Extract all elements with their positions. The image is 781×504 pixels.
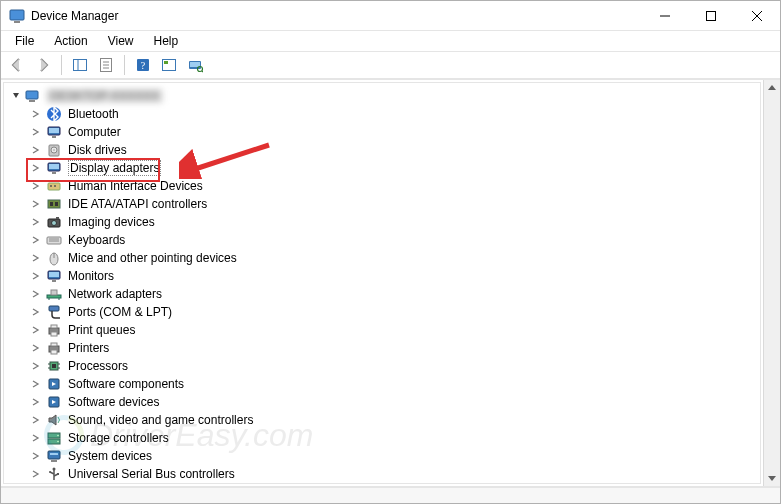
chevron-right-icon[interactable] [30, 162, 42, 174]
tree-node[interactable]: IDE ATA/ATAPI controllers [4, 195, 760, 213]
tree-node[interactable]: Software devices [4, 393, 760, 411]
chevron-right-icon[interactable] [30, 108, 42, 120]
tree-node[interactable]: Universal Serial Bus controllers [4, 465, 760, 483]
tree-node[interactable]: Printers [4, 339, 760, 357]
tree-node-label: Display adapters [68, 160, 161, 176]
tree-node[interactable]: Mice and other pointing devices [4, 249, 760, 267]
show-hide-tree-button[interactable] [68, 53, 92, 77]
menu-action[interactable]: Action [46, 32, 95, 50]
tree-node[interactable]: Disk drives [4, 141, 760, 159]
tree-node[interactable]: Processors [4, 357, 760, 375]
svg-rect-1 [14, 21, 20, 23]
hid-icon [46, 178, 62, 194]
tree-node-label: Processors [68, 359, 128, 373]
back-button[interactable] [5, 53, 29, 77]
chevron-right-icon[interactable] [30, 414, 42, 426]
chevron-right-icon[interactable] [30, 432, 42, 444]
device-tree[interactable]: DESKTOP-XXXXXX BluetoothComputerDisk dri… [3, 82, 761, 484]
tree-node-label: Imaging devices [68, 215, 155, 229]
scan-hardware-button[interactable] [183, 53, 207, 77]
tree-node-label: Mice and other pointing devices [68, 251, 237, 265]
tree-node-label: Disk drives [68, 143, 127, 157]
tree-node[interactable]: Imaging devices [4, 213, 760, 231]
chevron-right-icon[interactable] [30, 234, 42, 246]
statusbar [1, 487, 780, 503]
chevron-right-icon[interactable] [30, 288, 42, 300]
tree-node[interactable]: Network adapters [4, 285, 760, 303]
tree-node[interactable]: Computer [4, 123, 760, 141]
chevron-right-icon[interactable] [30, 378, 42, 390]
chevron-right-icon[interactable] [30, 342, 42, 354]
tree-node-label: System devices [68, 449, 152, 463]
tree-node-label: Human Interface Devices [68, 179, 203, 193]
network-icon [46, 286, 62, 302]
tree-node-label: Network adapters [68, 287, 162, 301]
tree-node[interactable]: Keyboards [4, 231, 760, 249]
storage-icon [46, 430, 62, 446]
chevron-right-icon[interactable] [30, 180, 42, 192]
chevron-right-icon[interactable] [30, 324, 42, 336]
chevron-down-icon[interactable] [10, 90, 22, 102]
tree-node[interactable]: Software components [4, 375, 760, 393]
tree-node[interactable]: Bluetooth [4, 105, 760, 123]
tree-node-label: Sound, video and game controllers [68, 413, 253, 427]
disk-icon [46, 142, 62, 158]
tree-node-label: Universal Serial Bus controllers [68, 467, 235, 481]
monitor-icon [46, 268, 62, 284]
chevron-right-icon[interactable] [30, 468, 42, 480]
tree-root[interactable]: DESKTOP-XXXXXX [4, 87, 760, 105]
tree-node-label: Software devices [68, 395, 159, 409]
forward-button[interactable] [31, 53, 55, 77]
menu-view[interactable]: View [100, 32, 142, 50]
svg-rect-0 [10, 10, 24, 20]
chevron-right-icon[interactable] [30, 306, 42, 318]
tree-node[interactable]: Human Interface Devices [4, 177, 760, 195]
svg-rect-17 [190, 62, 200, 67]
chevron-right-icon[interactable] [30, 270, 42, 282]
tree-node-label: Printers [68, 341, 109, 355]
svg-rect-3 [707, 11, 716, 20]
tree-node[interactable]: Ports (COM & LPT) [4, 303, 760, 321]
chevron-right-icon[interactable] [30, 450, 42, 462]
tree-node[interactable]: Monitors [4, 267, 760, 285]
chevron-right-icon[interactable] [30, 126, 42, 138]
ide-icon [46, 196, 62, 212]
root-label: DESKTOP-XXXXXX [46, 89, 163, 103]
tree-node[interactable]: Sound, video and game controllers [4, 411, 760, 429]
svg-rect-20 [26, 91, 38, 99]
imaging-icon [46, 214, 62, 230]
tree-node-label: Software components [68, 377, 184, 391]
tree-node[interactable]: System devices [4, 447, 760, 465]
chevron-right-icon[interactable] [30, 144, 42, 156]
tree-node-label: Print queues [68, 323, 135, 337]
chevron-right-icon[interactable] [30, 198, 42, 210]
tree-node-label: Storage controllers [68, 431, 169, 445]
minimize-button[interactable] [642, 1, 688, 31]
help-button[interactable]: ? [131, 53, 155, 77]
system-icon [46, 448, 62, 464]
menu-help[interactable]: Help [146, 32, 187, 50]
mouse-icon [46, 250, 62, 266]
close-button[interactable] [734, 1, 780, 31]
properties-button[interactable] [94, 53, 118, 77]
bluetooth-icon [46, 106, 62, 122]
maximize-button[interactable] [688, 1, 734, 31]
chevron-right-icon[interactable] [30, 396, 42, 408]
chevron-right-icon[interactable] [30, 216, 42, 228]
vertical-scrollbar[interactable] [763, 80, 780, 486]
menu-file[interactable]: File [7, 32, 42, 50]
tree-node[interactable]: Storage controllers [4, 429, 760, 447]
menubar: File Action View Help [1, 31, 780, 51]
svg-rect-6 [74, 60, 87, 71]
tree-node-label: Keyboards [68, 233, 125, 247]
tree-node[interactable]: Print queues [4, 321, 760, 339]
titlebar: Device Manager [1, 1, 780, 31]
tree-node-label: Ports (COM & LPT) [68, 305, 172, 319]
tree-node[interactable]: Display adapters [4, 159, 760, 177]
chevron-right-icon[interactable] [30, 252, 42, 264]
app-icon [9, 8, 25, 24]
action-button[interactable] [157, 53, 181, 77]
printer-icon [46, 340, 62, 356]
sound-icon [46, 412, 62, 428]
chevron-right-icon[interactable] [30, 360, 42, 372]
